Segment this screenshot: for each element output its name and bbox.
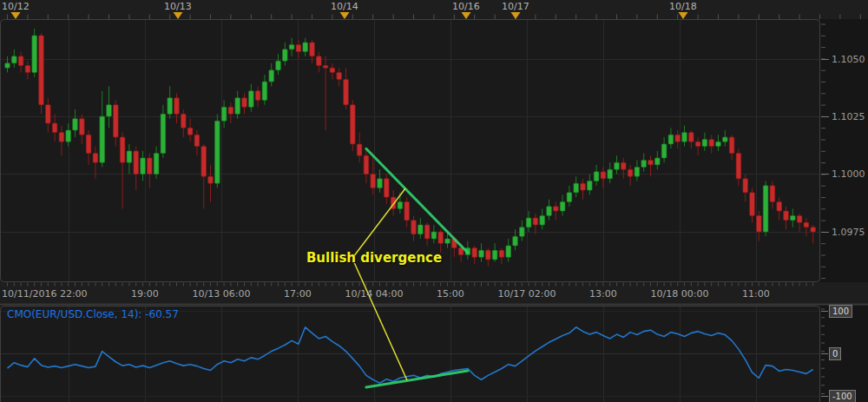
price-chart-area[interactable] (0, 19, 820, 282)
trading-chart-window: 10/1210/1310/1410/1610/1710/1810/11/2016… (0, 0, 868, 402)
date-axis[interactable] (0, 0, 868, 19)
time-axis[interactable] (0, 282, 820, 303)
price-axis[interactable] (820, 19, 868, 282)
cmo-indicator-label: CMO(EUR/USD.Close, 14): -60.57 (7, 308, 179, 320)
bullish-divergence-label[interactable]: Bullish divergence (296, 250, 452, 266)
cmo-value-axis[interactable] (820, 306, 868, 402)
